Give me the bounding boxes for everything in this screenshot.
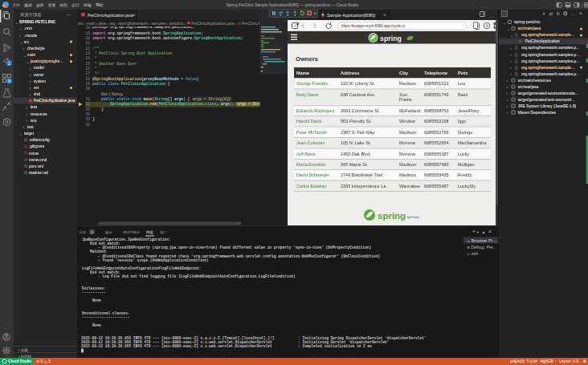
svg-text:spring: spring bbox=[380, 34, 402, 43]
svg-text:by Pivotal.: by Pivotal. bbox=[407, 216, 420, 219]
svg-text:spring: spring bbox=[378, 211, 406, 221]
svg-text:9: 9 bbox=[8, 79, 10, 83]
svg-text:1: 1 bbox=[8, 62, 10, 66]
svg-text:https://kuwgw-nryizl-8080.app.: https://kuwgw-nryizl-8080.app.myide.io bbox=[341, 24, 406, 28]
